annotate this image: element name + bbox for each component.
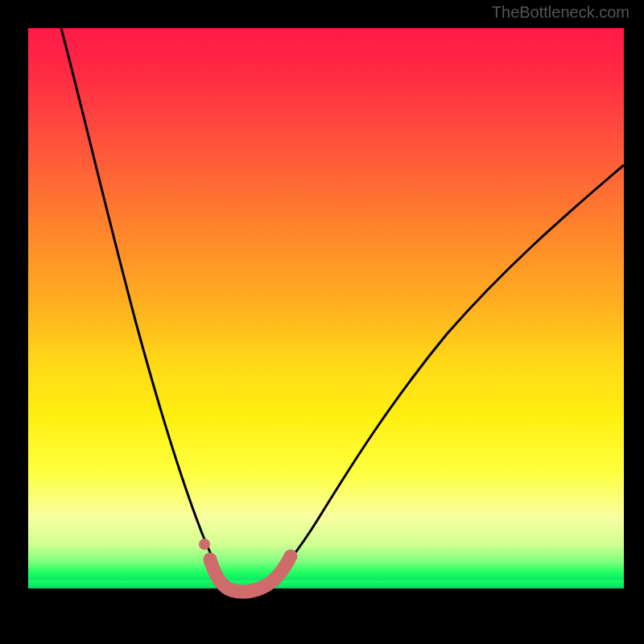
plot-area <box>28 28 624 624</box>
svg-point-0 <box>199 539 210 550</box>
chart-root: TheBottleneck.com <box>0 0 644 644</box>
curve-svg <box>28 28 624 624</box>
bottom-highlight-group <box>199 539 291 592</box>
watermark-text: TheBottleneck.com <box>492 3 630 22</box>
main-curve-path <box>61 28 624 588</box>
